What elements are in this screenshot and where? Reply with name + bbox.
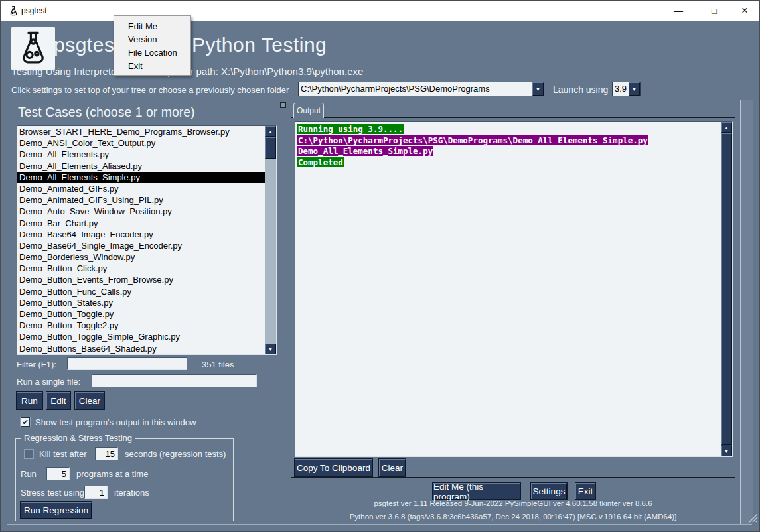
regression-frame-title: Regression & Stress Testing	[21, 433, 135, 443]
stress-suffix-label: iterations	[114, 488, 149, 498]
scroll-up-icon[interactable]: ▲	[265, 126, 276, 137]
run-button[interactable]: Run	[17, 392, 42, 409]
file-list-item[interactable]: Demo_ANSI_Color_Text_Output.py	[17, 137, 265, 149]
resize-grip-icon[interactable]	[747, 511, 759, 523]
app-title-right: Python Testing	[192, 34, 327, 56]
output-line: Completed	[297, 157, 721, 168]
file-list-item[interactable]: Demo_Base64_Image_Encoder.py	[17, 229, 265, 240]
file-list-item[interactable]: Demo_All_Elements_Simple.py	[17, 172, 265, 183]
file-list-item[interactable]: Demo_All_Elements_Aliased.py	[17, 161, 265, 172]
file-list-item[interactable]: Demo_Animated_GIFs.py	[17, 183, 265, 194]
launch-using-label: Launch using	[553, 84, 608, 95]
copy-to-clipboard-button[interactable]: Copy To Clipboard	[295, 459, 372, 476]
listbox-scrollbar[interactable]: ▲ ▼	[265, 126, 276, 354]
pane-handle-icon	[280, 102, 286, 108]
minimize-button[interactable]: —	[663, 1, 694, 21]
window-bottom-edge	[7, 524, 752, 525]
close-button[interactable]: ×	[729, 1, 760, 21]
files-count-label: 351 files	[202, 360, 234, 369]
file-list-item[interactable]: Demo_Button_Toggle_Simple_Graphic.py	[17, 331, 265, 342]
file-list-item[interactable]: Demo_Button_Toggle.py	[17, 308, 265, 320]
folder-combo[interactable]: C:\Python\PycharmProjects\PSG\DemoProgra…	[298, 82, 544, 96]
combo-arrow-icon[interactable]: ▼	[629, 82, 640, 96]
status-line-2: Python ver 3.6.8 (tags/v3.6.8:3c6b436a57…	[291, 513, 735, 521]
version-combo[interactable]: 3.9 ▼	[612, 82, 641, 96]
run-count-label: Run	[21, 469, 37, 479]
file-list-item[interactable]: Demo_Button_States.py	[17, 297, 265, 308]
file-list-item[interactable]: Browser_START_HERE_Demo_Programs_Browser…	[17, 126, 265, 137]
output-line: Running using 3.9....	[297, 124, 721, 135]
exit-button[interactable]: Exit	[575, 483, 595, 499]
file-list-item[interactable]: Demo_Button_Toggle2.py	[17, 320, 265, 331]
output-multiline[interactable]: Running using 3.9....C:\Python\PycharmPr…	[295, 121, 733, 457]
settings-button[interactable]: Settings	[531, 483, 567, 499]
kill-suffix-label: seconds (regression tests)	[125, 449, 226, 459]
output-clear-button[interactable]: Clear	[379, 459, 406, 476]
scroll-down-icon[interactable]: ▼	[265, 344, 276, 354]
clear-button[interactable]: Clear	[75, 392, 104, 409]
file-list-item[interactable]: Demo_Animated_GIFs_Using_PIL.py	[17, 194, 265, 206]
version-combo-value: 3.9	[613, 82, 629, 96]
edit-me-button[interactable]: Edit Me (this program)	[433, 483, 520, 499]
file-list-item[interactable]: Demo_Buttons_Base64_Shaded.py	[17, 343, 265, 354]
flask-logo	[11, 27, 55, 70]
stress-label: Stress test using	[21, 488, 84, 498]
stress-count-input[interactable]	[84, 486, 108, 499]
tab-output[interactable]: Output	[293, 103, 324, 118]
file-list-item[interactable]: Demo_Button_Events_From_Browse.py	[17, 274, 265, 285]
scroll-up-icon[interactable]: ▲	[721, 122, 732, 133]
menu-dropdown: Edit MeVersionFile LocationExit	[114, 15, 191, 76]
file-list-item[interactable]: Demo_Borderless_Window.py	[17, 251, 265, 263]
show-output-label: Show test program's output in this windo…	[35, 417, 196, 427]
output-line: Demo_All_Elements_Simple.py	[297, 146, 721, 157]
kill-test-label: Kill test after	[39, 449, 87, 459]
file-list-item[interactable]: Demo_Bar_Chart.py	[17, 218, 265, 229]
combo-arrow-icon[interactable]: ▼	[532, 82, 544, 96]
file-list-item[interactable]: Demo_All_Elements.py	[17, 149, 265, 160]
file-list-item[interactable]: Demo_Button_Func_Calls.py	[17, 286, 265, 297]
window-title: psgtest	[21, 6, 47, 15]
kill-seconds-input[interactable]	[95, 447, 118, 460]
kill-test-checkbox[interactable]	[25, 450, 33, 458]
test-files-listbox[interactable]: Browser_START_HERE_Demo_Programs_Browser…	[17, 125, 277, 355]
filter-label: Filter (F1):	[17, 360, 56, 369]
file-list-item[interactable]: Demo_Auto_Save_Window_Position.py	[17, 206, 265, 217]
single-file-label: Run a single file:	[17, 377, 80, 387]
settings-hint-label: Click settings to set top of your tree o…	[11, 85, 289, 95]
run-suffix-label: programs at a time	[76, 469, 148, 479]
output-line: C:\Python\PycharmProjects\PSG\DemoProgra…	[297, 135, 721, 147]
single-file-input[interactable]	[92, 374, 257, 387]
test-cases-heading: Test Cases (choose 1 or more)	[18, 105, 195, 120]
output-scrollbar[interactable]: ▲ ▼	[721, 122, 732, 456]
status-line-1: psgtest ver 1.11 Released 9-Jun-2022 PyS…	[291, 499, 735, 507]
scroll-down-icon[interactable]: ▼	[721, 446, 732, 456]
menu-item-edit-me[interactable]: Edit Me	[114, 19, 190, 33]
check-icon: ✔	[22, 419, 28, 426]
folder-combo-value: C:\Python\PycharmProjects\PSG\DemoProgra…	[299, 82, 532, 96]
scrollbar-thumb[interactable]	[265, 137, 276, 159]
window-right-gutter	[740, 100, 753, 524]
run-regression-button[interactable]: Run Regression	[21, 502, 92, 519]
app-title-left: psgtest	[54, 34, 120, 56]
file-list-item[interactable]: Demo_Base64_Single_Image_Encoder.py	[17, 240, 265, 251]
filter-input[interactable]	[67, 357, 187, 370]
menu-item-version[interactable]: Version	[114, 33, 190, 46]
edit-button[interactable]: Edit	[46, 392, 70, 409]
file-list-item[interactable]: Demo_Button_Click.py	[17, 263, 265, 274]
app-flask-icon	[8, 5, 19, 17]
menu-item-file-location[interactable]: File Location	[114, 46, 190, 59]
menu-item-exit[interactable]: Exit	[114, 59, 190, 72]
scrollbar-thumb[interactable]	[721, 133, 732, 445]
show-output-checkbox[interactable]: ✔	[21, 417, 30, 427]
app-window: psgtest — □ × psgtest Python Testing Tes…	[0, 0, 760, 532]
maximize-button[interactable]: □	[699, 1, 729, 21]
run-count-input[interactable]	[46, 467, 70, 480]
